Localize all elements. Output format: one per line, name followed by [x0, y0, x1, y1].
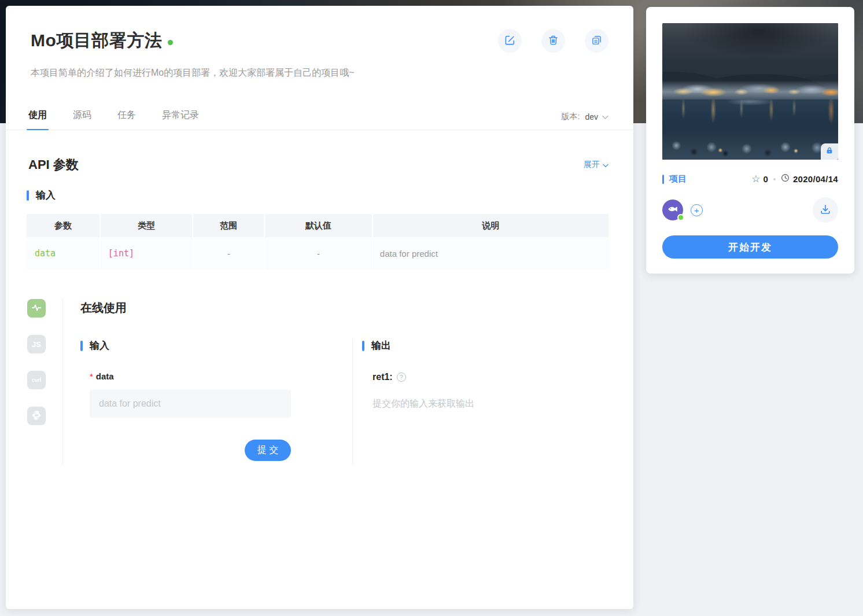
- col-header-default: 默认值: [265, 214, 372, 237]
- category-bar: [662, 175, 664, 184]
- data-field-label: data: [96, 371, 114, 381]
- api-params-title: API 参数: [28, 156, 79, 174]
- presence-dot: [677, 214, 684, 221]
- data-input-field[interactable]: [90, 390, 291, 418]
- api-params-table: 参数 类型 范围 默认值 说明 data [int] - - data for …: [27, 214, 608, 270]
- start-development-button[interactable]: 开始开发: [662, 235, 838, 259]
- section-bar: [80, 341, 83, 351]
- col-header-type: 类型: [101, 214, 193, 237]
- submit-button[interactable]: 提 交: [245, 440, 291, 461]
- online-usage-title: 在线使用: [80, 300, 608, 316]
- edit-icon: [504, 35, 515, 47]
- required-asterisk: *: [90, 371, 93, 381]
- chevron-down-icon: [603, 160, 608, 169]
- star-icon[interactable]: ☆: [751, 174, 760, 184]
- private-lock-badge: [821, 143, 838, 160]
- curl-icon: curl: [32, 377, 42, 383]
- chevron-down-icon: [602, 112, 608, 121]
- section-bar: [27, 190, 29, 201]
- tab-source[interactable]: 源码: [73, 109, 91, 130]
- cell-param-name: data: [27, 237, 99, 270]
- project-cover-image: [662, 23, 838, 160]
- copy-button[interactable]: [585, 29, 608, 53]
- tab-usage[interactable]: 使用: [28, 109, 47, 130]
- trash-icon: [548, 35, 559, 47]
- people-row: +: [662, 197, 838, 223]
- version-value: dev: [585, 112, 598, 121]
- ret1-label: ret1:: [373, 372, 393, 382]
- online-input-label: 输入: [90, 339, 109, 352]
- head-actions: [498, 29, 608, 53]
- js-usage-tab[interactable]: JS: [27, 335, 46, 353]
- expand-link[interactable]: 展开: [584, 160, 608, 170]
- project-description: 本项目简单的介绍了如何进行Mo的项目部署，欢迎大家部署属于自己的项目哦~: [31, 67, 608, 79]
- expand-label: 展开: [584, 160, 600, 170]
- col-header-range: 范围: [193, 214, 264, 237]
- deploy-status-dot: [168, 40, 173, 45]
- online-output-label: 输出: [371, 339, 391, 352]
- output-panel: 输出 ret1: ? 提交你的输入来获取输出: [352, 339, 608, 465]
- js-icon: JS: [32, 340, 41, 349]
- python-usage-tab[interactable]: [27, 407, 46, 425]
- cell-param-range: -: [194, 237, 264, 270]
- project-meta-row: 项目 ☆ 0 2020/04/14: [662, 174, 838, 185]
- tab-bar: 使用 源码 任务 异常记录 版本: dev: [6, 105, 633, 130]
- table-header-row: 参数 类型 范围 默认值 说明: [27, 214, 608, 237]
- owner-avatar[interactable]: [662, 200, 683, 220]
- project-detail-card: Mo项目部署方法: [6, 6, 633, 609]
- update-date: 2020/04/14: [793, 174, 838, 184]
- cell-param-default: -: [265, 237, 372, 270]
- curl-usage-tab[interactable]: curl: [27, 371, 46, 389]
- add-collaborator-button[interactable]: +: [691, 204, 703, 216]
- usage-mode-rail: JS curl: [27, 298, 63, 465]
- table-row: data [int] - - data for predict: [27, 237, 608, 270]
- col-header-desc: 说明: [373, 214, 608, 237]
- input-panel: 输入 *data 提 交: [80, 339, 352, 465]
- copy-icon: [591, 35, 602, 47]
- project-stats: ☆ 0 2020/04/14: [751, 174, 838, 185]
- category-label: 项目: [669, 174, 687, 185]
- python-icon: [31, 410, 42, 423]
- version-selector[interactable]: 版本: dev: [562, 112, 608, 130]
- version-label: 版本:: [562, 112, 580, 122]
- pulse-icon: [31, 302, 42, 315]
- help-icon[interactable]: ?: [397, 372, 406, 382]
- clock-icon: [781, 174, 790, 185]
- online-usage-tab[interactable]: [27, 299, 46, 318]
- card-head: Mo项目部署方法: [6, 6, 633, 79]
- col-header-param: 参数: [27, 214, 99, 237]
- usage-tab-content: API 参数 展开 输入 参数 类型 范围 默认值 说明 data [in: [6, 156, 633, 465]
- dot-separator: [773, 178, 776, 180]
- lock-icon: [825, 146, 834, 157]
- download-button[interactable]: [813, 197, 838, 223]
- tab-tasks[interactable]: 任务: [117, 109, 136, 130]
- page-title: Mo项目部署方法: [31, 29, 162, 53]
- api-input-label: 输入: [36, 189, 56, 202]
- download-icon: [820, 204, 831, 217]
- output-placeholder-text: 提交你的输入来获取输出: [373, 398, 608, 410]
- section-bar: [362, 341, 364, 351]
- cell-param-desc: data for predict: [373, 237, 608, 270]
- category-link[interactable]: 项目: [662, 174, 687, 185]
- cell-param-type: [int]: [101, 237, 193, 270]
- star-count: 0: [764, 174, 768, 184]
- delete-button[interactable]: [541, 29, 565, 53]
- tab-error-log[interactable]: 异常记录: [162, 109, 199, 130]
- project-summary-card: 项目 ☆ 0 2020/04/14 +: [646, 7, 854, 274]
- edit-button[interactable]: [498, 29, 522, 53]
